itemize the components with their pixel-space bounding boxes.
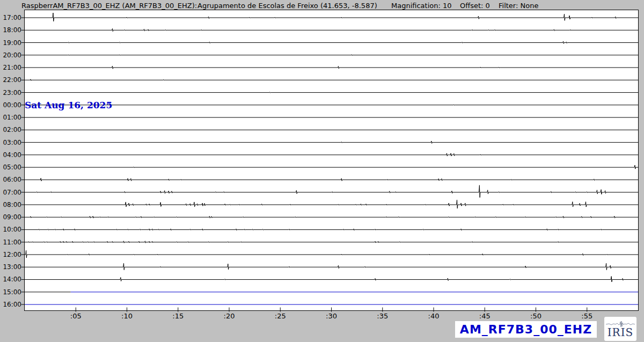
hour-label: 07:00 [0,189,21,196]
hour-label: 04:00 [0,151,21,159]
hour-label: 10:00 [0,226,21,233]
hour-label: 15:00 [0,288,21,296]
hour-label: 12:00 [0,251,21,258]
minute-label: :35 [371,312,394,320]
minute-label: :50 [524,312,548,320]
minute-label: :45 [473,312,496,320]
hour-label: 19:00 [0,39,21,47]
minute-label: :40 [422,312,445,320]
iris-logo: IRIS [604,317,636,341]
hour-label: 01:00 [0,114,21,121]
minute-label: :20 [217,312,241,320]
hour-label: 09:00 [0,213,21,221]
hour-label: 08:00 [0,201,21,209]
minute-label: :25 [268,312,292,320]
hour-label: 03:00 [0,139,21,146]
hour-label: 00:00 [0,101,21,109]
hour-label: 16:00 [0,301,21,308]
hour-label: 11:00 [0,239,21,246]
helicorder-plot[interactable] [0,0,644,342]
hour-label: 14:00 [0,276,21,283]
hour-label: 21:00 [0,64,21,71]
minute-label: :15 [166,312,190,320]
hour-label: 05:00 [0,163,21,171]
minute-label: :10 [115,312,139,320]
hour-label: 13:00 [0,263,21,271]
minute-label: :55 [575,312,599,320]
hour-label: 18:00 [0,26,21,34]
iris-logo-text: IRIS [608,327,634,338]
minute-label: :05 [64,312,87,320]
hour-label: 20:00 [0,51,21,59]
hour-label: 23:00 [0,89,21,96]
heliplot-screen: RaspberrAM_RF7B3_00_EHZ (AM_RF7B3_00_EHZ… [0,0,644,342]
station-badge: AM_RF7B3_00_EHZ [455,321,597,338]
hour-label: 02:00 [0,126,21,133]
hour-label: 22:00 [0,76,21,84]
minute-label: :30 [320,312,343,320]
hour-label: 17:00 [0,14,21,21]
date-label: Sat Aug 16, 2025 [25,100,112,110]
hour-label: 06:00 [0,176,21,183]
